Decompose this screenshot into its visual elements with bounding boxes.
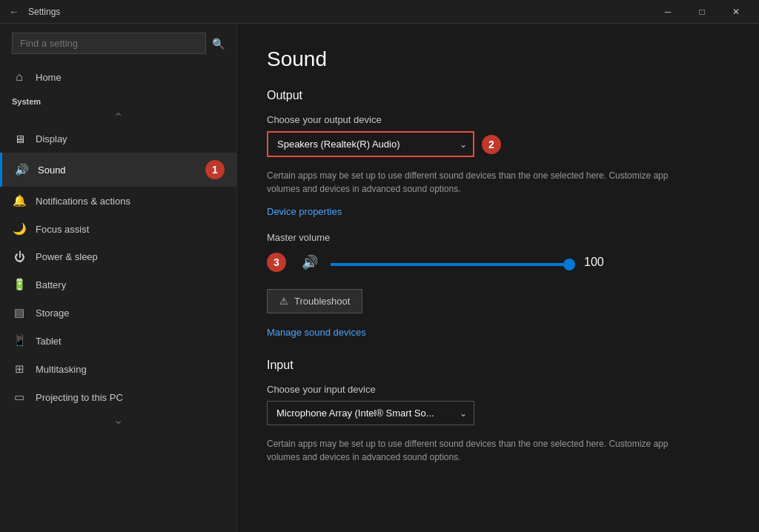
sidebar-item-label: Multitasking xyxy=(36,364,87,375)
volume-label: Master volume xyxy=(267,232,729,243)
home-icon: ⌂ xyxy=(12,70,27,84)
sidebar: 🔍 ⌂ Home System ⌃ 🖥 Display 🔊 Sound 1 🔔 xyxy=(0,24,237,532)
sidebar-item-tablet[interactable]: 📱 Tablet xyxy=(0,327,236,355)
volume-icon-button[interactable]: 🔊 xyxy=(298,250,322,274)
back-button[interactable]: ← xyxy=(6,3,22,21)
volume-section: Master volume 3 🔊 100 xyxy=(267,232,729,274)
tablet-icon: 📱 xyxy=(12,334,27,348)
sidebar-item-label: Notifications & actions xyxy=(36,196,130,207)
storage-icon: ▤ xyxy=(12,306,27,319)
volume-slider-wrapper xyxy=(331,256,575,269)
input-device-row: Microphone Array (Intel® Smart So... ⌄ xyxy=(267,401,729,425)
speaker-icon: 🔊 xyxy=(302,254,318,270)
troubleshoot-label: Troubleshoot xyxy=(294,296,350,307)
sidebar-item-label: Power & sleep xyxy=(36,251,98,262)
home-label: Home xyxy=(36,72,62,83)
output-device-label: Choose your output device xyxy=(267,114,729,125)
sidebar-search-area: 🔍 xyxy=(0,24,236,63)
sidebar-item-home[interactable]: ⌂ Home xyxy=(0,63,236,91)
output-section-title: Output xyxy=(267,89,729,102)
sidebar-item-label: Projecting to this PC xyxy=(36,392,123,403)
sidebar-scroll-area: ⌃ 🖥 Display 🔊 Sound 1 🔔 Notifications & … xyxy=(0,109,236,532)
display-icon: 🖥 xyxy=(12,133,27,145)
device-properties-link[interactable]: Device properties xyxy=(267,206,342,217)
content-area: Sound Output Choose your output device S… xyxy=(237,24,759,532)
titlebar: ← Settings ─ □ ✕ xyxy=(0,0,759,24)
focus-icon: 🌙 xyxy=(12,222,27,236)
sidebar-item-projecting[interactable]: ▭ Projecting to this PC xyxy=(0,383,236,411)
volume-row: 3 🔊 100 xyxy=(267,250,729,274)
volume-value: 100 xyxy=(584,256,614,269)
search-input[interactable] xyxy=(12,33,206,54)
warning-icon: ⚠ xyxy=(279,296,288,307)
output-device-select[interactable]: Speakers (Realtek(R) Audio) xyxy=(267,131,474,157)
input-section-title: Input xyxy=(267,359,729,372)
input-dropdown-wrapper: Microphone Array (Intel® Smart So... ⌄ xyxy=(267,401,474,425)
sidebar-item-label: Storage xyxy=(36,307,70,319)
sidebar-scroll-up[interactable]: ⌃ xyxy=(0,109,236,125)
sidebar-item-label: Tablet xyxy=(36,336,62,347)
input-section: Input Choose your input device Microphon… xyxy=(267,359,729,464)
sidebar-scroll-down[interactable]: ⌄ xyxy=(0,411,236,428)
notifications-icon: 🔔 xyxy=(12,194,27,207)
multitasking-icon: ⊞ xyxy=(12,362,27,376)
sound-badge: 1 xyxy=(205,160,225,179)
projecting-icon: ▭ xyxy=(12,390,27,404)
manage-sound-devices-link[interactable]: Manage sound devices xyxy=(267,327,366,338)
minimize-button[interactable]: ─ xyxy=(651,0,685,24)
input-device-label: Choose your input device xyxy=(267,384,729,395)
sidebar-section-label: System xyxy=(0,91,236,109)
window-controls: ─ □ ✕ xyxy=(651,0,753,24)
main-layout: 🔍 ⌂ Home System ⌃ 🖥 Display 🔊 Sound 1 🔔 xyxy=(0,24,759,532)
battery-icon: 🔋 xyxy=(12,278,27,291)
sidebar-item-sound[interactable]: 🔊 Sound 1 xyxy=(0,153,236,187)
maximize-button[interactable]: □ xyxy=(685,0,719,24)
output-dropdown-wrapper: Speakers (Realtek(R) Audio) ⌄ xyxy=(267,131,474,157)
sound-icon: 🔊 xyxy=(14,163,29,176)
window-title: Settings xyxy=(28,7,60,17)
power-icon: ⏻ xyxy=(12,250,27,263)
sidebar-item-multitasking[interactable]: ⊞ Multitasking xyxy=(0,355,236,383)
output-badge: 2 xyxy=(482,135,501,154)
sidebar-item-label: Battery xyxy=(36,279,66,290)
sidebar-item-label: Focus assist xyxy=(36,224,89,235)
output-device-row: Speakers (Realtek(R) Audio) ⌄ 2 xyxy=(267,131,729,157)
sidebar-item-notifications[interactable]: 🔔 Notifications & actions xyxy=(0,187,236,215)
search-icon: 🔍 xyxy=(212,38,225,50)
output-info-text: Certain apps may be set up to use differ… xyxy=(267,169,697,196)
volume-badge: 3 xyxy=(267,253,286,272)
output-section: Output Choose your output device Speaker… xyxy=(267,89,729,353)
troubleshoot-button[interactable]: ⚠ Troubleshoot xyxy=(267,289,362,313)
input-info-text: Certain apps may be set up to use differ… xyxy=(267,437,697,464)
sidebar-item-storage[interactable]: ▤ Storage xyxy=(0,299,236,327)
page-title: Sound xyxy=(267,47,729,71)
sidebar-item-label: Sound xyxy=(38,164,196,176)
sidebar-item-focus[interactable]: 🌙 Focus assist xyxy=(0,215,236,243)
close-button[interactable]: ✕ xyxy=(719,0,753,24)
sidebar-item-power[interactable]: ⏻ Power & sleep xyxy=(0,243,236,270)
volume-slider[interactable] xyxy=(331,263,575,266)
sidebar-item-display[interactable]: 🖥 Display xyxy=(0,125,236,153)
sidebar-item-battery[interactable]: 🔋 Battery xyxy=(0,270,236,299)
sidebar-item-label: Display xyxy=(36,133,67,144)
input-device-select[interactable]: Microphone Array (Intel® Smart So... xyxy=(267,401,474,425)
